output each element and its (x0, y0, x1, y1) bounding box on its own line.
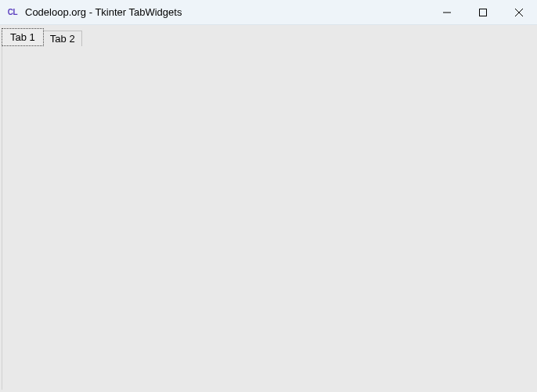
minimize-icon (443, 9, 451, 16)
titlebar: CL Codeloop.org - Tkinter TabWidgets (0, 0, 537, 25)
close-icon (515, 9, 523, 16)
window-controls (429, 0, 537, 24)
tab-1[interactable]: Tab 1 (2, 28, 44, 46)
svg-rect-1 (480, 9, 487, 16)
application-window: CL Codeloop.org - Tkinter TabWidgets (0, 0, 537, 392)
client-area: Tab 1 Tab 2 (0, 25, 537, 392)
tab-content (2, 46, 535, 390)
window-title: Codeloop.org - Tkinter TabWidgets (25, 6, 429, 18)
app-icon: CL (6, 6, 19, 19)
tab-2[interactable]: Tab 2 (44, 31, 82, 46)
maximize-icon (479, 9, 487, 16)
minimize-button[interactable] (429, 0, 465, 24)
close-button[interactable] (501, 0, 537, 24)
maximize-button[interactable] (465, 0, 501, 24)
tab-strip: Tab 1 Tab 2 (2, 27, 535, 46)
